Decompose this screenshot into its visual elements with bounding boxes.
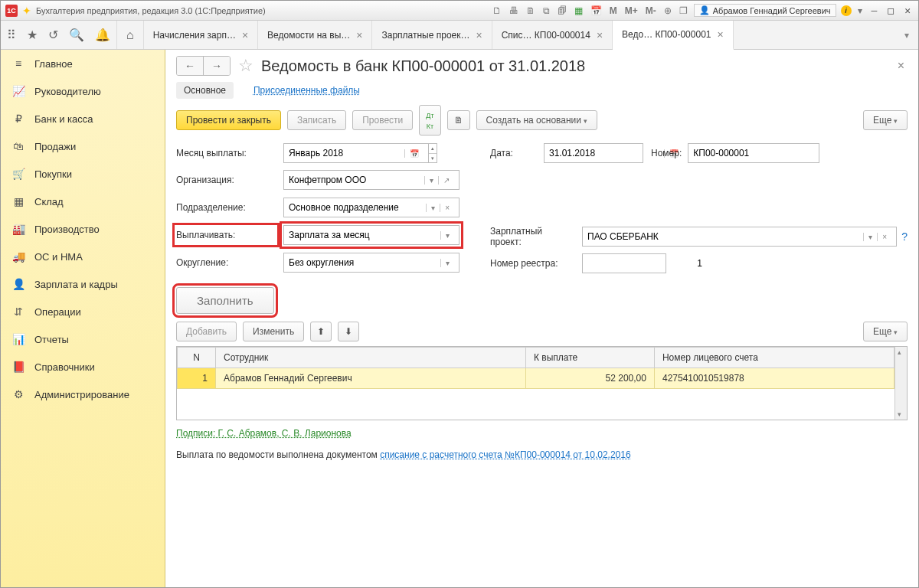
info-icon[interactable]: i	[841, 5, 852, 16]
dropdown-icon[interactable]: ▾	[440, 231, 454, 240]
add-row-button[interactable]: Добавить	[176, 322, 237, 341]
m-plus-button[interactable]: M+	[623, 4, 639, 18]
apps-icon[interactable]: ⠿	[7, 28, 16, 42]
maximize-button[interactable]: □	[885, 5, 897, 16]
dropdown-icon[interactable]: ▾	[440, 259, 454, 267]
calculator-icon[interactable]: ▦	[573, 4, 584, 18]
star-icon[interactable]: ★	[27, 28, 38, 42]
payment-doc-link[interactable]: списание с расчетного счета №КП00-000014…	[380, 449, 630, 460]
m-minus-button[interactable]: M-	[644, 4, 658, 18]
tool1-icon[interactable]: ⧉	[541, 4, 551, 18]
doc-icon-button[interactable]: 🗎	[447, 110, 470, 130]
sidebar-item-salary[interactable]: 👤Зарплата и кадры	[1, 270, 165, 298]
tab-2[interactable]: Зарплатные проек…×	[372, 21, 492, 49]
edit-row-button[interactable]: Изменить	[243, 322, 304, 341]
back-button[interactable]: ←	[177, 57, 203, 75]
sidebar-item-admin[interactable]: ⚙Администрирование	[1, 381, 165, 408]
clear-icon[interactable]: ×	[877, 233, 891, 241]
calendar-icon[interactable]: 📅	[589, 4, 603, 18]
home-button[interactable]: ⌂	[117, 21, 144, 49]
dropdown-icon[interactable]: ▾	[424, 176, 438, 185]
user-icon: 👤	[699, 5, 710, 15]
arrow-up-icon: ⬆	[317, 326, 325, 337]
signatures-link[interactable]: Подписи: Г. С. Абрамов, С. В. Ларионова	[176, 428, 352, 439]
calendar-icon[interactable]: 📅	[404, 149, 424, 158]
sidebar-item-production[interactable]: 🏭Производство	[1, 215, 165, 243]
file-icon[interactable]: 🗋	[491, 4, 503, 18]
preview-icon[interactable]: 🗎	[525, 4, 537, 18]
close-icon[interactable]: ×	[242, 29, 248, 41]
sidebar-item-main[interactable]: ≡Главное	[1, 50, 165, 77]
col-employee[interactable]: Сотрудник	[216, 348, 526, 368]
table-more-button[interactable]: Еще	[863, 322, 908, 341]
sidebar-item-operations[interactable]: ⇵Операции	[1, 298, 165, 325]
sidebar-item-purchases[interactable]: 🛒Покупки	[1, 160, 165, 188]
subtab-main[interactable]: Основное	[176, 82, 234, 99]
sidebar-item-catalogs[interactable]: 📕Справочники	[1, 353, 165, 381]
print-icon[interactable]: 🖶	[508, 4, 520, 18]
dept-input[interactable]: ▾×	[283, 198, 460, 217]
dropdown-icon[interactable]: ▾	[856, 4, 864, 18]
tab-1[interactable]: Ведомости на вы…×	[258, 21, 372, 49]
col-n[interactable]: N	[178, 348, 216, 368]
month-up-button[interactable]: ▴	[429, 144, 437, 153]
tool2-icon[interactable]: 🗐	[556, 4, 568, 18]
round-input[interactable]: ▾	[283, 253, 460, 273]
project-input[interactable]: ▾×	[582, 227, 897, 247]
search-icon[interactable]: 🔍	[69, 28, 84, 42]
tab-0[interactable]: Начисления зарп…×	[144, 21, 258, 49]
open-icon[interactable]: ↗	[438, 176, 454, 185]
table-row[interactable]: 1 Абрамов Геннадий Сергеевич 52 200,00 4…	[178, 368, 894, 389]
clear-icon[interactable]: ×	[440, 204, 454, 212]
post-close-button[interactable]: Провести и закрыть	[176, 110, 281, 130]
org-input[interactable]: ▾↗	[283, 170, 460, 190]
tab-4[interactable]: Ведо… КП00-000001×	[613, 21, 734, 50]
user-badge[interactable]: 👤Абрамов Геннадий Сергеевич	[694, 4, 836, 17]
sidebar-item-bank[interactable]: ₽Банк и касса	[1, 105, 165, 132]
minimize-button[interactable]: —	[868, 5, 881, 16]
write-button[interactable]: Записать	[287, 110, 346, 130]
table-scrollbar[interactable]	[894, 347, 907, 420]
close-icon[interactable]: ×	[718, 28, 724, 41]
subtab-files[interactable]: Присоединенные файлы	[246, 82, 368, 99]
fill-button[interactable]: Заполнить	[176, 287, 274, 314]
dtkt-button[interactable]: ДтКт	[419, 105, 440, 136]
bell-icon[interactable]: 🔔	[95, 28, 110, 42]
close-window-button[interactable]: ✕	[901, 5, 914, 16]
tab-3[interactable]: Спис… КП00-000014×	[492, 21, 613, 49]
col-account[interactable]: Номер лицевого счета	[654, 348, 894, 368]
number-input[interactable]	[688, 143, 819, 163]
close-icon[interactable]: ×	[597, 29, 603, 41]
favorite-button[interactable]: ☆	[238, 56, 253, 76]
date-label: Дата:	[490, 148, 536, 158]
history-icon[interactable]: ↺	[48, 28, 58, 42]
favorite-app-icon[interactable]: ✦	[22, 5, 31, 17]
create-based-button[interactable]: Создать на основании	[476, 110, 597, 130]
date-input[interactable]: 📅	[544, 143, 643, 163]
month-input[interactable]: 📅	[283, 143, 429, 163]
windows-icon[interactable]: ❐	[678, 4, 689, 18]
dropdown-icon[interactable]: ▾	[426, 204, 440, 212]
close-icon[interactable]: ×	[476, 29, 482, 41]
month-down-button[interactable]: ▾	[429, 153, 437, 162]
pay-input[interactable]: ▾	[283, 225, 460, 245]
tabs-menu-button[interactable]: ▾	[895, 21, 918, 49]
post-button[interactable]: Провести	[352, 110, 413, 130]
forward-button[interactable]: →	[203, 57, 230, 75]
col-amount[interactable]: К выплате	[525, 348, 654, 368]
help-icon[interactable]: ?	[897, 230, 908, 243]
dropdown-icon[interactable]: ▾	[863, 233, 877, 241]
sidebar-item-sales[interactable]: 🛍Продажи	[1, 132, 165, 160]
sidebar-item-assets[interactable]: 🚚ОС и НМА	[1, 243, 165, 270]
sidebar-item-manager[interactable]: 📈Руководителю	[1, 77, 165, 105]
m-button[interactable]: M	[608, 4, 619, 18]
sidebar-item-stock[interactable]: ▦Склад	[1, 188, 165, 215]
sidebar-item-reports[interactable]: 📊Отчеты	[1, 325, 165, 353]
move-up-button[interactable]: ⬆	[310, 322, 332, 341]
close-document-button[interactable]: ×	[894, 56, 908, 76]
zoom-icon[interactable]: ⊕	[662, 4, 673, 18]
close-icon[interactable]: ×	[356, 29, 362, 41]
more-button[interactable]: Еще	[863, 110, 908, 130]
reg-no-input[interactable]	[582, 253, 666, 273]
move-down-button[interactable]: ⬇	[338, 322, 359, 341]
